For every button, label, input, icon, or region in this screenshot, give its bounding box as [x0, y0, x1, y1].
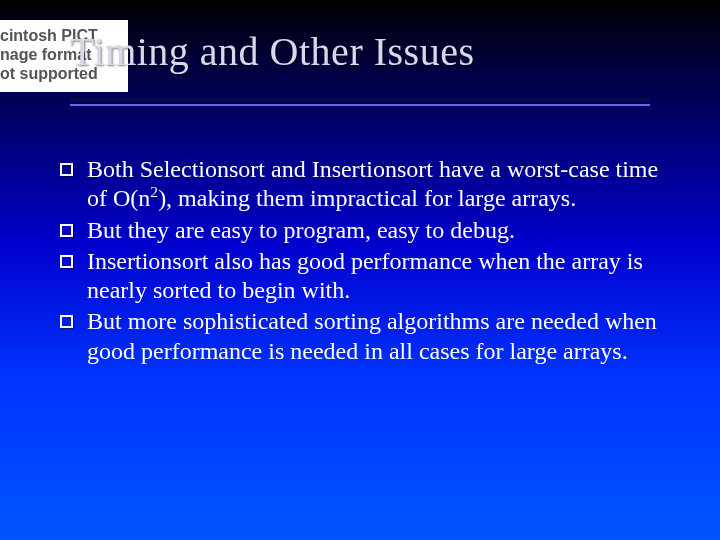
- bullet-square-icon: [60, 315, 73, 328]
- text-post: ), making them impractical for large arr…: [158, 185, 576, 211]
- bullet-text: But they are easy to program, easy to de…: [87, 216, 675, 245]
- list-item: Insertionsort also has good performance …: [60, 247, 675, 306]
- bullet-square-icon: [60, 224, 73, 237]
- text-pre: But they are easy to program, easy to de…: [87, 217, 515, 243]
- title-underline: [70, 98, 650, 106]
- bullet-square-icon: [60, 163, 73, 176]
- bullet-text: Insertionsort also has good performance …: [87, 247, 675, 306]
- list-item: But they are easy to program, easy to de…: [60, 216, 675, 245]
- bullet-square-icon: [60, 255, 73, 268]
- bullet-text: But more sophisticated sorting algorithm…: [87, 307, 675, 366]
- rule-light: [70, 104, 650, 106]
- slide: cintosh PICT nage format ot supported Ti…: [0, 0, 720, 540]
- list-item: Both Selectionsort and Insertionsort hav…: [60, 155, 675, 214]
- slide-title: Timing and Other Issues: [70, 28, 474, 75]
- list-item: But more sophisticated sorting algorithm…: [60, 307, 675, 366]
- rule-dark: [70, 98, 650, 102]
- bullet-text: Both Selectionsort and Insertionsort hav…: [87, 155, 675, 214]
- text-sup: 2: [150, 183, 158, 200]
- slide-body: Both Selectionsort and Insertionsort hav…: [60, 155, 675, 368]
- text-pre: Insertionsort also has good performance …: [87, 248, 643, 303]
- text-pre: But more sophisticated sorting algorithm…: [87, 308, 657, 363]
